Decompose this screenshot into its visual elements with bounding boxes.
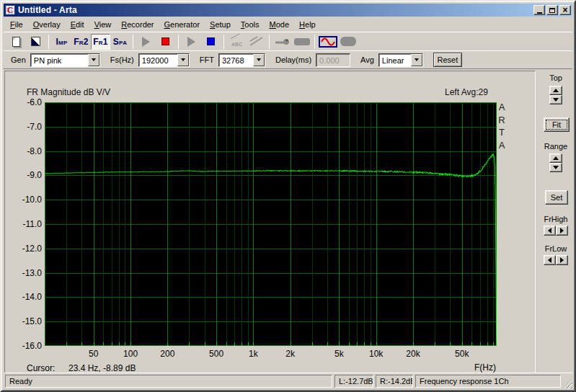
minimize-button[interactable] <box>533 5 545 15</box>
sample-rate-select[interactable]: 192000 <box>138 53 190 67</box>
play-stored-button[interactable] <box>182 34 201 50</box>
fit-button[interactable]: Fit <box>544 117 570 132</box>
down-arrow-icon <box>553 98 559 102</box>
titlebar[interactable]: C Untitled - Arta × <box>4 4 572 17</box>
generator-type-button[interactable] <box>318 34 338 50</box>
menu-tools[interactable]: Tools <box>236 18 265 31</box>
set-button[interactable]: Set <box>545 190 568 205</box>
level-meter-button[interactable] <box>338 34 358 50</box>
x-tick-label: 50k <box>448 349 477 359</box>
range-down-button[interactable] <box>549 163 562 172</box>
record-icon <box>161 37 169 45</box>
y-tick-label: -15.0 <box>10 316 42 326</box>
right-level-indicator: R:-14.2dB <box>376 375 413 388</box>
y-tick-label: -12.0 <box>10 244 42 254</box>
spa-mode-button[interactable]: Spa <box>110 34 130 50</box>
toolbar-separator <box>269 35 270 49</box>
frlow-label: FrLow <box>537 244 575 253</box>
fft-size-select[interactable]: 32768 <box>218 53 265 67</box>
menu-view[interactable]: View <box>89 18 117 31</box>
left-arrow-icon <box>548 257 551 263</box>
menu-overlay[interactable]: Overlay <box>28 18 66 31</box>
record-button[interactable] <box>156 34 175 50</box>
fr1-mode-button[interactable]: Fr1 <box>91 34 110 50</box>
y-tick-label: -14.0 <box>10 292 42 302</box>
top-spinner <box>549 86 562 104</box>
frhigh-decrease-button[interactable] <box>544 226 556 236</box>
fr2-mode-button[interactable]: Fr2 <box>71 34 91 50</box>
maximize-button[interactable] <box>546 5 558 15</box>
frlow-increase-button[interactable] <box>556 255 568 265</box>
x-tick-label: 2k <box>276 349 305 359</box>
arta-watermark: ARTA <box>497 101 506 151</box>
dropdown-button[interactable] <box>411 54 422 66</box>
toolbar: Imp Fr2 Fr1 Spa ABC <box>4 32 572 50</box>
y-tick-label: -9.0 <box>10 170 42 180</box>
new-file-button[interactable] <box>6 34 26 50</box>
close-icon: × <box>562 6 567 14</box>
y-tick-label: -7.0 <box>10 122 42 132</box>
maximize-icon <box>549 8 555 13</box>
color-scheme-button[interactable] <box>26 34 45 50</box>
menu-recorder[interactable]: Recorder <box>116 18 159 31</box>
toolbar-separator <box>223 35 224 49</box>
microphone-icon <box>275 37 291 46</box>
down-arrow-icon <box>553 166 559 169</box>
signal-bar-button[interactable] <box>292 34 311 50</box>
delay-label: Delay(ms) <box>275 55 311 64</box>
arta-logo-glyph: C <box>7 6 14 14</box>
x-tick-label: 100 <box>116 349 145 359</box>
generator-value: PN pink <box>31 54 88 66</box>
menu-generator[interactable]: Generator <box>159 18 205 31</box>
menu-setup[interactable]: Setup <box>205 18 236 31</box>
microphone-button[interactable] <box>273 34 292 50</box>
top-down-button[interactable] <box>549 95 562 104</box>
x-tick-label: 50 <box>79 349 108 359</box>
stop-button[interactable] <box>201 34 221 50</box>
averaging-select[interactable]: Linear <box>378 53 423 67</box>
labels-button[interactable]: ABC <box>227 34 247 50</box>
average-count-label: Left Avg:29 <box>445 87 488 97</box>
dropdown-button[interactable] <box>177 54 189 66</box>
delay-input[interactable]: 0.000 <box>316 53 350 67</box>
fr-magnitude-plot[interactable] <box>45 102 497 346</box>
frhigh-arrows <box>544 226 568 236</box>
close-button[interactable]: × <box>559 5 571 15</box>
toolbar-separator <box>133 35 133 49</box>
menu-mode[interactable]: Mode <box>265 18 295 31</box>
sine-wave-icon <box>319 36 337 48</box>
right-arrow-icon <box>560 228 564 233</box>
frhigh-increase-button[interactable] <box>556 226 568 236</box>
fft-label: FFT <box>200 55 214 64</box>
left-arrow-icon <box>548 228 551 233</box>
y-tick-label: -16.0 <box>10 341 42 351</box>
gray-rounded-icon <box>340 37 356 46</box>
top-up-button[interactable] <box>549 86 562 95</box>
sample-rate-value: 192000 <box>139 54 177 66</box>
frlow-decrease-button[interactable] <box>544 255 556 265</box>
y-tick-label: -6.0 <box>10 97 42 107</box>
menu-file[interactable]: File <box>5 18 28 31</box>
menu-help[interactable]: Help <box>294 18 321 31</box>
avg-label: Avg <box>360 55 374 64</box>
fr2-label: Fr2 <box>74 37 89 47</box>
menubar: File Overlay Edit View Recorder Generato… <box>4 17 572 32</box>
generator-select[interactable]: PN pink <box>30 53 100 67</box>
fft-size-value: 32768 <box>219 54 253 66</box>
dropdown-button[interactable] <box>88 54 99 66</box>
reset-button[interactable]: Reset <box>433 53 462 67</box>
chart-title: FR Magnitude dB V/V <box>27 87 110 97</box>
contrast-square-icon <box>31 37 40 46</box>
arta-window: C Untitled - Arta × File Overlay Edit Vi… <box>0 0 576 392</box>
range-label: Range <box>537 142 575 151</box>
range-up-button[interactable] <box>549 153 562 163</box>
spa-label: Spa <box>113 37 127 47</box>
minimize-icon <box>537 12 542 14</box>
toolbar-separator <box>48 35 49 49</box>
dropdown-button[interactable] <box>253 54 265 66</box>
overlay-toggle-button[interactable] <box>247 34 266 50</box>
play-button[interactable] <box>136 34 156 50</box>
menu-edit[interactable]: Edit <box>66 18 89 31</box>
frlow-arrows <box>544 255 568 265</box>
imp-mode-button[interactable]: Imp <box>52 34 71 50</box>
